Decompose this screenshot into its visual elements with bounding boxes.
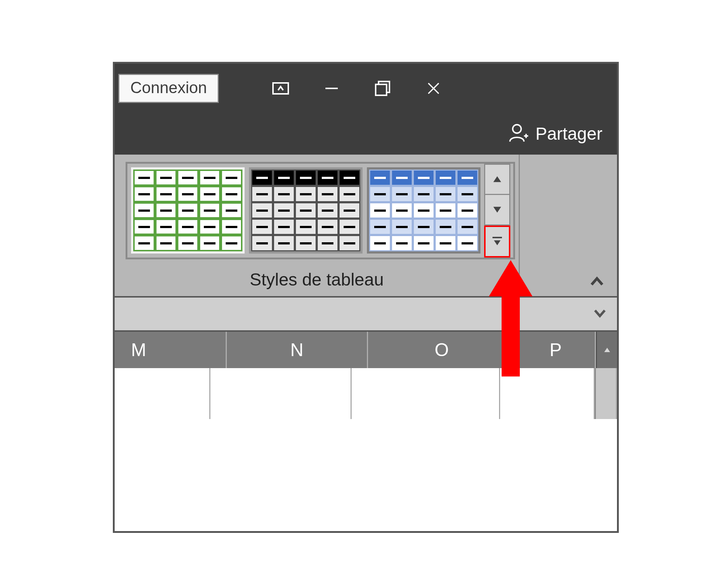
cell[interactable] [115,368,210,419]
column-header-o[interactable]: O [368,332,517,368]
svg-rect-0 [273,83,288,94]
share-row: Partager [115,113,617,155]
vertical-scrollbar-up-button[interactable] [596,332,617,368]
cell[interactable] [500,368,595,419]
sign-in-button[interactable]: Connexion [118,74,219,103]
column-headers: M N O P [115,332,617,368]
minimize-button[interactable] [310,64,353,113]
table-styles-group: Styles de tableau [115,155,520,296]
titlebar: Connexion [115,64,617,113]
excel-app-window: Connexion Partager [113,62,619,533]
table-styles-gallery [126,162,515,259]
gallery-scroll-up-button[interactable] [484,164,510,195]
gallery-scroll-down-button[interactable] [484,195,510,225]
svg-rect-3 [376,84,387,95]
column-header-p[interactable]: P [517,332,596,368]
ribbon: Styles de tableau [115,155,617,296]
svg-marker-10 [494,177,500,182]
column-header-n[interactable]: N [227,332,368,368]
close-button[interactable] [412,64,455,113]
cell[interactable] [210,368,352,419]
ribbon-display-options-button[interactable] [259,64,302,113]
formula-bar-area [115,296,617,332]
table-style-green[interactable] [131,167,245,254]
svg-marker-12 [495,240,500,244]
expand-formula-bar-button[interactable] [592,305,608,321]
svg-point-7 [513,124,521,133]
vertical-scrollbar-track[interactable] [595,368,617,419]
share-person-icon [508,123,529,145]
ribbon-group-label: Styles de tableau [115,259,519,296]
cell[interactable] [352,368,500,419]
svg-marker-11 [494,207,500,212]
table-style-blue-banded[interactable] [367,167,480,254]
maximize-restore-button[interactable] [361,64,404,113]
grid-cells-row [115,368,617,419]
share-button[interactable]: Partager [535,124,602,144]
gallery-more-styles-button[interactable] [484,226,510,258]
column-header-m[interactable]: M [115,332,227,368]
svg-marker-13 [604,348,610,352]
table-style-black-header[interactable] [249,167,363,254]
table-styles-nav [484,164,510,258]
collapse-ribbon-button[interactable] [586,271,608,292]
